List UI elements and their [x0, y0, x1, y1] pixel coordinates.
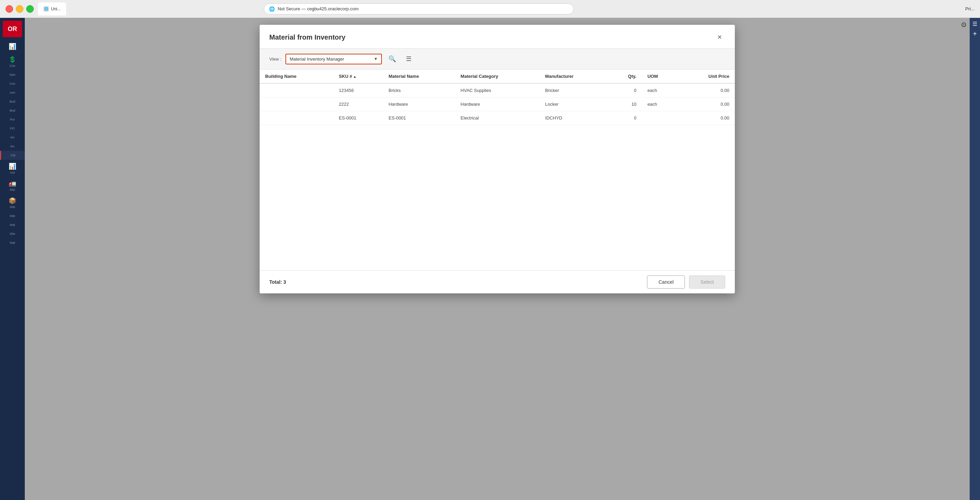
sidebar-maintenance-label: Mai [10, 188, 15, 191]
cell-material-name-1: Bricks [383, 83, 455, 97]
materials-icon: 📦 [9, 197, 16, 205]
sidebar-item-dashboard[interactable]: 📊 [0, 40, 25, 53]
table-row[interactable]: 2222 Hardware Hardware Locker 10 each 0.… [259, 97, 735, 111]
cell-qty-3: 0 [608, 111, 642, 125]
cell-manufacturer-2: Locker [539, 97, 608, 111]
assets-icon: 📊 [9, 162, 16, 170]
table-row[interactable]: 123456 Bricks HVAC Supplies Bricker 0 ea… [259, 83, 735, 97]
cell-building-1 [259, 83, 333, 97]
sidebar-item-cost[interactable]: 💲 Cos [0, 53, 25, 70]
search-button[interactable]: 🔍 [386, 53, 398, 65]
sidebar-item-mat3[interactable]: Mat [0, 220, 25, 229]
sidebar: OR 📊 💲 Cos Gen Con Ann Bud Bud Pur PO [0, 18, 25, 500]
sidebar-item-shelves[interactable]: She [0, 229, 25, 238]
sidebar-invoice2-label: Inv [10, 145, 14, 148]
sidebar-item-mat4[interactable]: Mat [0, 238, 25, 247]
app-logo[interactable]: OR [3, 21, 22, 37]
sidebar-budget1-label: Bud [10, 100, 15, 103]
sidebar-item-po[interactable]: PO [0, 124, 25, 133]
cell-material-name-3: ES-0001 [383, 111, 455, 125]
sidebar-mat3-label: Mat [10, 223, 15, 226]
view-dropdown-value: Material Inventory Manager [290, 56, 371, 62]
maximize-traffic-light[interactable] [26, 5, 34, 13]
cell-material-name-2: Hardware [383, 97, 455, 111]
cell-category-3: Electrical [455, 111, 540, 125]
cancel-button[interactable]: Cancel [647, 275, 685, 288]
cell-price-2: 0.00 [679, 97, 735, 111]
modal-footer: Total: 3 Cancel Select [259, 270, 735, 293]
search-icon: 🔍 [388, 55, 396, 63]
cell-qty-1: 0 [608, 83, 642, 97]
sidebar-mat2-label: Mat [10, 214, 15, 218]
material-inventory-modal: Material from Inventory × View : Materia… [259, 25, 735, 293]
col-uom: UOM [642, 70, 679, 83]
dashboard-icon: 📊 [9, 43, 16, 50]
traffic-lights [5, 5, 34, 13]
filter-icon: ☰ [406, 55, 412, 63]
sidebar-item-materials[interactable]: 📦 Mat [0, 194, 25, 212]
view-dropdown[interactable]: Material Inventory Manager ▼ [285, 54, 382, 64]
sidebar-item-assets[interactable]: 📊 Ass [0, 160, 25, 177]
col-manufacturer: Manufacturer [539, 70, 608, 83]
close-traffic-light[interactable] [5, 5, 13, 13]
table-header: Building Name SKU # Material Name Materi… [259, 70, 735, 83]
cell-manufacturer-1: Bricker [539, 83, 608, 97]
tab-label: Uni... [51, 6, 60, 11]
col-qty: Qty. [608, 70, 642, 83]
cost-icon: 💲 [9, 56, 16, 64]
sidebar-item-annual[interactable]: Ann [0, 88, 25, 97]
sidebar-annual-label: Ann [10, 91, 15, 94]
cell-uom-1: each [642, 83, 679, 97]
sidebar-invoice1-label: Inv [10, 136, 14, 139]
material-table: Building Name SKU # Material Name Materi… [259, 70, 735, 125]
material-table-container: Building Name SKU # Material Name Materi… [259, 70, 735, 270]
cell-category-2: Hardware [455, 97, 540, 111]
browser-tab[interactable]: 🌐 Uni... [38, 2, 66, 16]
sidebar-budget2-label: Bud [10, 109, 15, 112]
sidebar-item-invoice2[interactable]: Inv [0, 142, 25, 151]
select-button[interactable]: Select [689, 275, 725, 288]
cell-uom-2: each [642, 97, 679, 111]
browser-right-controls: Pri... [965, 6, 975, 11]
minimize-traffic-light[interactable] [16, 5, 24, 13]
maintenance-icon: 🚛 [9, 180, 16, 187]
sidebar-mat4-label: Mat [10, 241, 15, 245]
cell-sku-3: ES-0001 [333, 111, 383, 125]
sidebar-item-cm[interactable]: CM [0, 151, 25, 160]
sidebar-item-mat2[interactable]: Mat [0, 212, 25, 220]
view-label: View : [269, 56, 281, 62]
total-count: Total: 3 [269, 279, 286, 285]
tab-favicon: 🌐 [43, 6, 49, 12]
sidebar-item-general[interactable]: Gen [0, 70, 25, 79]
sidebar-contract-label: Con [10, 82, 16, 85]
sidebar-item-budget1[interactable]: Bud [0, 97, 25, 106]
browser-right-label: Pri... [965, 6, 975, 11]
modal-close-button[interactable]: × [714, 32, 725, 43]
globe-icon: 🌐 [269, 6, 275, 12]
browser-chrome: 🌐 Uni... 🌐 Not Secure — cegbu425.oraclec… [0, 0, 980, 18]
sidebar-item-purchase[interactable]: Pur [0, 115, 25, 124]
footer-actions: Cancel Select [647, 275, 725, 288]
cell-qty-2: 10 [608, 97, 642, 111]
right-panel-plus[interactable]: + [973, 30, 977, 38]
sidebar-item-maintenance[interactable]: 🚛 Mai [0, 177, 25, 194]
cell-category-1: HVAC Supplies [455, 83, 540, 97]
address-bar[interactable]: 🌐 Not Secure — cegbu425.oraclecorp.com [264, 3, 574, 14]
cell-uom-3 [642, 111, 679, 125]
col-unit-price: Unit Price [679, 70, 735, 83]
sidebar-item-budget2[interactable]: Bud [0, 106, 25, 115]
cell-manufacturer-3: IDCHYD [539, 111, 608, 125]
col-building-name: Building Name [259, 70, 333, 83]
col-material-category: Material Category [455, 70, 540, 83]
sidebar-purchase-label: Pur [10, 118, 15, 121]
sidebar-item-contract[interactable]: Con [0, 79, 25, 88]
sidebar-item-invoice1[interactable]: Inv [0, 133, 25, 142]
table-row[interactable]: ES-0001 ES-0001 Electrical IDCHYD 0 0.00 [259, 111, 735, 125]
filter-button[interactable]: ☰ [402, 53, 415, 65]
cell-building-2 [259, 97, 333, 111]
sidebar-general-label: Gen [9, 73, 15, 76]
sidebar-po-label: PO [10, 127, 14, 130]
right-panel-icon: ☰ [972, 21, 977, 27]
cell-sku-1: 123456 [333, 83, 383, 97]
col-sku[interactable]: SKU # [333, 70, 383, 83]
